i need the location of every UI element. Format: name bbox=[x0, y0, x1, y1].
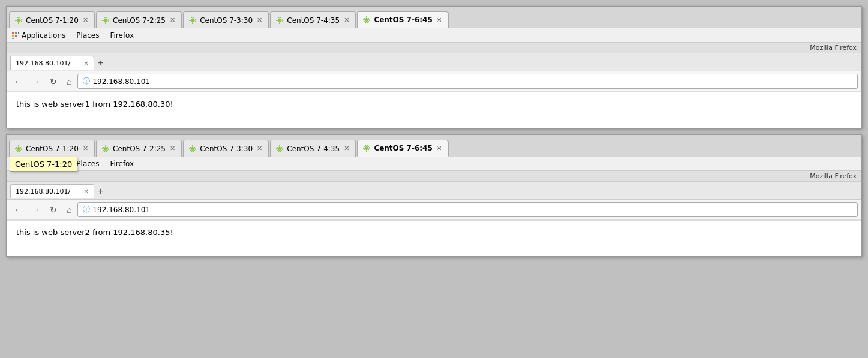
menu-bar-1: Applications Places Firefox bbox=[7, 28, 861, 43]
browser-tab-bar-2: 192.168.80.101/ ✕ + bbox=[7, 182, 861, 200]
vm-tab-1-3-close[interactable]: ✕ bbox=[256, 16, 263, 24]
browser-window-2: CentOS 7-1:20 ✕ CentOS 7-1:20 CentOS 7-2… bbox=[6, 134, 862, 257]
centos-icon-2-3 bbox=[188, 145, 197, 153]
nav-bar-2: ← → ↻ ⌂ ⓘ 192.168.80.101 bbox=[7, 200, 861, 220]
svg-rect-23 bbox=[12, 35, 14, 37]
centos-icon-2 bbox=[101, 16, 110, 25]
places-label: Places bbox=[76, 31, 99, 40]
browser-tab-1[interactable]: 192.168.80.101/ ✕ bbox=[10, 56, 94, 70]
vm-tab-2-5[interactable]: CentOS 7-6:45 ✕ bbox=[357, 140, 449, 157]
page-content-1: this is web server1 from 192.168.80.30! bbox=[7, 92, 861, 128]
vm-tab-2-2-label: CentOS 7-2:25 bbox=[113, 145, 166, 153]
vm-tab-2-1-close[interactable]: ✕ bbox=[82, 145, 89, 152]
firefox-menu-2[interactable]: Firefox bbox=[107, 159, 136, 169]
centos-icon-2-4 bbox=[275, 145, 284, 153]
vm-tab-2-4-label: CentOS 7-4:35 bbox=[287, 145, 340, 153]
svg-rect-22 bbox=[18, 32, 19, 34]
vm-tab-1-2[interactable]: CentOS 7-2:25 ✕ bbox=[96, 11, 182, 28]
browser-tab-2-close[interactable]: ✕ bbox=[84, 188, 89, 195]
vm-tab-1-1-label: CentOS 7-1:20 bbox=[26, 16, 79, 25]
vm-tab-1-5[interactable]: CentOS 7-6:45 ✕ bbox=[357, 11, 449, 28]
vm-tab-2-1-label: CentOS 7-1:20 bbox=[26, 145, 79, 153]
vm-tab-1-4-label: CentOS 7-4:35 bbox=[287, 16, 340, 25]
vm-tab-2-3[interactable]: CentOS 7-3:30 ✕ bbox=[183, 140, 269, 157]
titlebar-2: Mozilla Firefox bbox=[7, 171, 861, 182]
vm-tab-2-2-close[interactable]: ✕ bbox=[169, 145, 176, 152]
firefox-menu[interactable]: Firefox bbox=[107, 31, 136, 40]
forward-button-2[interactable]: → bbox=[28, 203, 44, 216]
places-menu-2[interactable]: Places bbox=[74, 159, 101, 169]
new-tab-button-2[interactable]: + bbox=[95, 186, 106, 196]
menu-bar-2: Applications Places Firefox bbox=[7, 157, 861, 171]
applications-label: Applications bbox=[22, 31, 65, 40]
firefox-label-2: Firefox bbox=[110, 160, 134, 168]
browser-tab-1-close[interactable]: ✕ bbox=[84, 60, 89, 67]
home-button-1[interactable]: ⌂ bbox=[63, 75, 75, 88]
svg-rect-20 bbox=[12, 32, 14, 34]
vm-tab-1-2-close[interactable]: ✕ bbox=[169, 16, 176, 24]
vm-tab-2-4-close[interactable]: ✕ bbox=[343, 145, 350, 152]
vm-tab-2-5-label: CentOS 7-6:45 bbox=[374, 144, 432, 152]
vm-tab-2-3-label: CentOS 7-3:30 bbox=[200, 145, 253, 153]
page-text-2: this is web server2 from 192.168.80.35! bbox=[16, 228, 173, 237]
centos-icon-5 bbox=[362, 16, 371, 24]
tab-tooltip: CentOS 7-1:20 bbox=[10, 157, 77, 172]
browser-window-1: CentOS 7-1:20 ✕ CentOS 7-2:25 ✕ bbox=[6, 6, 862, 128]
vm-tab-2-4[interactable]: CentOS 7-4:35 ✕ bbox=[270, 140, 356, 157]
vm-tab-bar-2: CentOS 7-1:20 ✕ CentOS 7-1:20 CentOS 7-2… bbox=[7, 135, 861, 157]
firefox-label: Firefox bbox=[110, 31, 134, 40]
vm-tab-1-4[interactable]: CentOS 7-4:35 ✕ bbox=[270, 11, 356, 28]
forward-button-1[interactable]: → bbox=[28, 75, 44, 88]
vm-tab-1-4-close[interactable]: ✕ bbox=[343, 16, 350, 24]
vm-tab-1-5-label: CentOS 7-6:45 bbox=[374, 16, 432, 24]
svg-rect-24 bbox=[15, 35, 17, 37]
page-content-2: this is web server2 from 192.168.80.35! bbox=[7, 220, 861, 256]
browser-tab-2-label: 192.168.80.101/ bbox=[16, 188, 70, 195]
home-button-2[interactable]: ⌂ bbox=[63, 203, 75, 216]
page-text-1: this is web server1 from 192.168.80.30! bbox=[16, 100, 173, 109]
svg-rect-25 bbox=[12, 38, 14, 39]
centos-icon bbox=[14, 16, 23, 25]
reload-button-2[interactable]: ↻ bbox=[46, 203, 61, 216]
vm-tab-1-2-label: CentOS 7-2:25 bbox=[113, 16, 166, 25]
browser-tab-bar-1: 192.168.80.101/ ✕ + bbox=[7, 53, 861, 71]
address-text-2: 192.168.80.101 bbox=[92, 206, 149, 214]
back-button-2[interactable]: ← bbox=[10, 203, 26, 216]
titlebar-1-text: Mozilla Firefox bbox=[810, 44, 857, 52]
centos-icon-4 bbox=[275, 16, 284, 25]
centos-icon-2-2 bbox=[101, 145, 110, 153]
centos-icon-2-1 bbox=[14, 145, 23, 153]
address-text-1: 192.168.80.101 bbox=[92, 77, 149, 86]
applications-menu[interactable]: Applications bbox=[9, 31, 68, 40]
reload-button-1[interactable]: ↻ bbox=[46, 75, 61, 88]
nav-bar-1: ← → ↻ ⌂ ⓘ 192.168.80.101 bbox=[7, 71, 861, 92]
info-icon-2: ⓘ bbox=[83, 204, 90, 215]
places-menu[interactable]: Places bbox=[74, 31, 101, 40]
info-icon-1: ⓘ bbox=[83, 76, 90, 86]
titlebar-2-text: Mozilla Firefox bbox=[810, 172, 857, 180]
new-tab-button-1[interactable]: + bbox=[95, 58, 106, 68]
vm-tab-bar-1: CentOS 7-1:20 ✕ CentOS 7-2:25 ✕ bbox=[7, 7, 861, 28]
vm-tab-1-3[interactable]: CentOS 7-3:30 ✕ bbox=[183, 11, 269, 28]
titlebar-1: Mozilla Firefox bbox=[7, 43, 861, 53]
centos-icon-3 bbox=[188, 16, 197, 25]
browser-tab-2[interactable]: 192.168.80.101/ ✕ bbox=[10, 184, 94, 198]
browser-tab-1-label: 192.168.80.101/ bbox=[16, 59, 70, 67]
address-bar-1[interactable]: ⓘ 192.168.80.101 bbox=[77, 74, 858, 89]
apps-icon bbox=[11, 31, 20, 40]
vm-tab-2-3-close[interactable]: ✕ bbox=[256, 145, 263, 152]
address-bar-2[interactable]: ⓘ 192.168.80.101 bbox=[77, 202, 858, 217]
vm-tab-1-5-close[interactable]: ✕ bbox=[435, 16, 443, 24]
vm-tab-2-5-close[interactable]: ✕ bbox=[435, 145, 443, 152]
vm-tab-2-2[interactable]: CentOS 7-2:25 ✕ bbox=[96, 140, 182, 157]
vm-tab-1-3-label: CentOS 7-3:30 bbox=[200, 16, 253, 25]
svg-rect-21 bbox=[15, 32, 17, 34]
centos-icon-2-5 bbox=[362, 144, 371, 152]
places-label-2: Places bbox=[76, 160, 99, 168]
vm-tab-1-1[interactable]: CentOS 7-1:20 ✕ bbox=[9, 11, 95, 28]
vm-tab-1-1-close[interactable]: ✕ bbox=[82, 16, 89, 24]
vm-tab-2-1[interactable]: CentOS 7-1:20 ✕ CentOS 7-1:20 bbox=[9, 140, 95, 157]
back-button-1[interactable]: ← bbox=[10, 75, 26, 88]
